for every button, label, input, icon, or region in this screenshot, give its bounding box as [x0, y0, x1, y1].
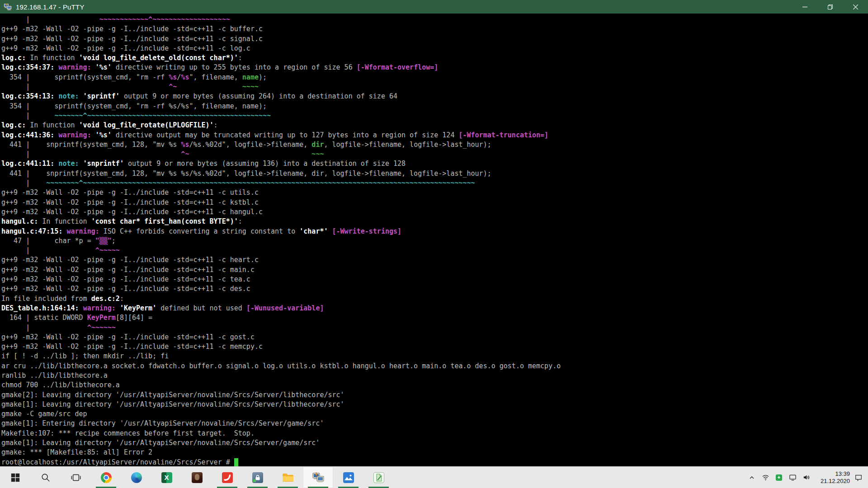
restore-button[interactable] — [817, 0, 843, 14]
terminal-line: g++9 -m32 -Wall -O2 -pipe -g -I../includ… — [1, 198, 868, 207]
taskbar-photos-button[interactable] — [333, 467, 363, 488]
terminal-line: g++9 -m32 -Wall -O2 -pipe -g -I../includ… — [1, 342, 868, 352]
taskbar-putty-button[interactable] — [303, 467, 333, 488]
terminal-line: 354 | sprintf(system_cmd, "rm -rf %s/%s"… — [1, 102, 868, 111]
windows-logo-icon — [9, 472, 21, 483]
terminal-line: root@localhost:/usr/AltyapiServer/novali… — [1, 458, 868, 466]
terminal-line: log.c:441:11: note: 'snprintf' output 9 … — [1, 159, 868, 169]
action-center-icon[interactable] — [852, 467, 865, 488]
taskbar-reader-button[interactable] — [212, 467, 242, 488]
tray-chevron-up-icon[interactable] — [745, 467, 759, 488]
taskbar-edge-button[interactable] — [121, 467, 151, 488]
excel-icon: X — [161, 472, 173, 483]
terminal-line: DES_table.h:164:14: warning: 'KeyPerm' d… — [1, 304, 868, 313]
window-controls — [792, 0, 868, 14]
taskbar-npp-button[interactable] — [363, 467, 394, 488]
taskbar-game-button[interactable] — [182, 467, 212, 488]
clock-date: 21.12.2020 — [813, 478, 850, 485]
taskbar-search-button[interactable] — [30, 467, 61, 488]
terminal-line: hangul.c: In function 'const char* first… — [1, 217, 868, 226]
terminal-line: g++9 -m32 -Wall -O2 -pipe -g -I../includ… — [1, 265, 868, 275]
taskbar-clock[interactable]: 13:39 21.12.2020 — [813, 470, 852, 485]
pdf-reader-icon — [222, 472, 233, 483]
taskbar-start-button[interactable] — [0, 467, 30, 488]
terminal-line: | ^~~~~~ — [1, 246, 868, 255]
download-manager-icon[interactable] — [772, 467, 786, 488]
volume-icon[interactable] — [799, 467, 813, 488]
terminal-line: gmake: *** [Makefile:85: all] Error 2 — [1, 448, 868, 457]
terminal-line: g++9 -m32 -Wall -O2 -pipe -g -I../includ… — [1, 188, 868, 197]
putty-app-icon — [3, 2, 12, 11]
terminal-line: ar cru ../lib/libthecore.a socket.o fdwa… — [1, 361, 868, 371]
terminal-line: log.c: In function 'void log_file_delete… — [1, 53, 868, 63]
game-app-icon — [191, 472, 203, 483]
minimize-button[interactable] — [792, 0, 817, 14]
search-icon — [40, 472, 52, 483]
taskbar: X 13:39 21.12.2020 — [0, 466, 868, 488]
terminal-line: g++9 -m32 -Wall -O2 -pipe -g -I../includ… — [1, 333, 868, 342]
terminal-line: | ^~ ~~~~ — [1, 82, 868, 92]
terminal-line: chmod 700 ../lib/libthecore.a — [1, 380, 868, 390]
terminal-line: if [ ! -d ../lib ]; then mkdir ../lib; f… — [1, 352, 868, 361]
terminal-line: log.c:354:37: warning: '%s' directive wr… — [1, 63, 868, 72]
taskbar-excel-button[interactable]: X — [151, 467, 182, 488]
terminal-line: g++9 -m32 -Wall -O2 -pipe -g -I../includ… — [1, 207, 868, 217]
network-icon[interactable] — [759, 467, 772, 488]
terminal-line: | ~~~~~~~~^~~~~~~~~~~~~~~~~~~~~~~~~~~~~~… — [1, 178, 868, 188]
terminal-line: g++9 -m32 -Wall -O2 -pipe -g -I../includ… — [1, 24, 868, 34]
terminal-line: g++9 -m32 -Wall -O2 -pipe -g -I../includ… — [1, 44, 868, 53]
terminal-line: | ^~~~~~~ — [1, 323, 868, 333]
terminal-line: 441 | snprintf(system_cmd, 128, "mv %s %… — [1, 140, 868, 150]
terminal-line: 47 | char *p = "▒▒"; — [1, 236, 868, 246]
taskbar-lockapp-button[interactable] — [242, 467, 273, 488]
notepad-plus-plus-icon — [373, 472, 385, 483]
terminal-line: log.c:354:13: note: 'sprintf' output 9 o… — [1, 92, 868, 101]
putty-icon — [312, 472, 324, 483]
terminal-line: 164 | static DWORD KeyPerm[8][64] = — [1, 313, 868, 323]
terminal-line: | ^~ ~~~ — [1, 150, 868, 159]
terminal-line: | ~~~~~~~^~~~~~~~~~~~~~~~~~~~~~~~~~~~~~~… — [1, 111, 868, 121]
task-view-icon — [70, 472, 82, 483]
taskbar-folder-button[interactable] — [273, 467, 303, 488]
terminal-line: In file included from des.c:2: — [1, 294, 868, 304]
terminal-line: log.c:441:36: warning: '%s' directive ou… — [1, 131, 868, 140]
clock-time: 13:39 — [813, 470, 850, 478]
terminal-output[interactable]: | ~~~~~~~~~~~~^~~~~~~~~~~~~~~~~~~~g++9 -… — [0, 14, 868, 466]
edge-icon — [131, 472, 142, 483]
photos-icon — [343, 472, 354, 483]
chrome-icon — [100, 472, 112, 483]
taskbar-chrome-button[interactable] — [91, 467, 121, 488]
terminal-line: hangul.c:47:15: warning: ISO C++ forbids… — [1, 227, 868, 236]
terminal-line: g++9 -m32 -Wall -O2 -pipe -g -I../includ… — [1, 284, 868, 294]
taskbar-apps: X — [0, 467, 394, 488]
display-icon[interactable] — [786, 467, 799, 488]
terminal-line: gmake[1]: Leaving directory '/usr/Altyap… — [1, 438, 868, 448]
terminal-line: g++9 -m32 -Wall -O2 -pipe -g -I../includ… — [1, 275, 868, 284]
lock-app-icon — [252, 472, 264, 483]
terminal-line: gmake[2]: Leaving directory '/usr/Altyap… — [1, 390, 868, 400]
window-title: 192.168.1.47 - PuTTY — [16, 3, 85, 11]
terminal-line: gmake[1]: Leaving directory '/usr/Altyap… — [1, 400, 868, 409]
taskbar-taskview-button[interactable] — [61, 467, 91, 488]
file-explorer-icon — [282, 472, 294, 483]
putty-window: 192.168.1.47 - PuTTY | ~~~~~~~~~~~~^~~~~… — [0, 0, 868, 488]
terminal-line: g++9 -m32 -Wall -O2 -pipe -g -I../includ… — [1, 34, 868, 44]
terminal-line: log.c: In function 'void log_file_rotate… — [1, 121, 868, 130]
terminal-line: 441 | snprintf(system_cmd, 128, "mv %s %… — [1, 169, 868, 178]
terminal-line: ranlib ../lib/libthecore.a — [1, 371, 868, 380]
terminal-line: 354 | sprintf(system_cmd, "rm -rf %s/%s"… — [1, 73, 868, 82]
close-button[interactable] — [843, 0, 868, 14]
terminal-line: | ~~~~~~~~~~~~^~~~~~~~~~~~~~~~~~~~ — [1, 15, 868, 24]
terminal-line: gmake -C game/src dep — [1, 409, 868, 419]
terminal-line: g++9 -m32 -Wall -O2 -pipe -g -I../includ… — [1, 255, 868, 265]
terminal-line: gmake[1]: Entering directory '/usr/Altya… — [1, 419, 868, 428]
terminal-line: Makefile:107: *** recipe commences befor… — [1, 429, 868, 438]
system-tray: 13:39 21.12.2020 — [745, 467, 868, 488]
title-bar: 192.168.1.47 - PuTTY — [0, 0, 868, 14]
